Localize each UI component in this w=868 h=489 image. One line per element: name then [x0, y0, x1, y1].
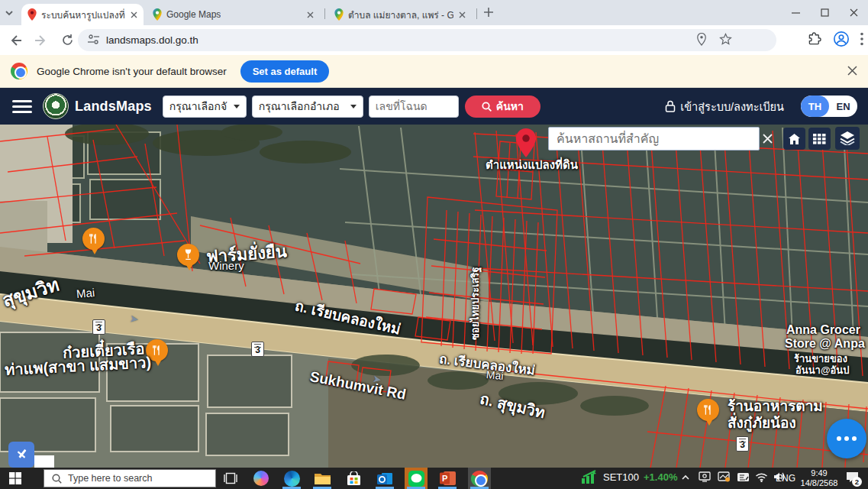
more-options-fab[interactable]	[827, 419, 866, 458]
login-register-link[interactable]: เข้าสู่ระบบ/ลงทะเบียน	[665, 98, 784, 115]
powerpoint-icon: P	[440, 471, 456, 486]
province-select-value: กรุณาเลือกจังหวัด	[169, 98, 227, 115]
screen-notification-icon[interactable]	[718, 471, 731, 485]
parcel-marker-label: ตำแหน่งแปลงที่ดิน	[486, 156, 578, 174]
menu-dots-icon[interactable]	[860, 32, 863, 49]
tab-close-icon[interactable]	[304, 8, 316, 21]
restaurant-poi-icon[interactable]	[697, 399, 719, 421]
chrome-logo-icon	[11, 63, 27, 79]
maximize-icon[interactable]	[810, 0, 839, 25]
date-label: 14/8/2568	[794, 478, 844, 488]
site-info-icon[interactable]	[87, 34, 100, 47]
browser-toolbar: landsmaps.dol.go.th	[0, 25, 868, 55]
tab-title: Google Maps	[166, 9, 221, 20]
satellite-map[interactable]: ตำแหน่งแปลงที่ดิน ฟาร์มยั่งยืน Winery สุ…	[0, 125, 868, 468]
tab-title: ระบบค้นหารูปแปลงที่ดิน (LandsMa	[41, 8, 125, 22]
poi-label-anna-th-2: อันนา@อันป	[795, 362, 850, 378]
grid-button[interactable]	[808, 128, 831, 150]
taskbar-search-box[interactable]: Type here to search	[44, 469, 216, 487]
map-search-clear-icon[interactable]	[760, 131, 775, 146]
default-browser-banner: Google Chrome isn't your default browser…	[0, 55, 868, 88]
search-button[interactable]: ค้นหา	[465, 96, 540, 118]
district-select-value: กรุณาเลือกอำเภอ	[259, 98, 340, 115]
start-button[interactable]	[6, 469, 24, 487]
address-bar[interactable]: landsmaps.dol.go.th	[78, 29, 776, 51]
map-place-search-input[interactable]	[548, 127, 760, 151]
tab-close-icon[interactable]	[130, 8, 137, 21]
tab-title: ตำบล แม่ยางตาล, แพร่ - Google M	[348, 8, 453, 22]
tab-close-icon[interactable]	[458, 8, 467, 21]
action-center-button[interactable]: 2	[846, 471, 859, 486]
copilot-app-button[interactable]	[252, 469, 270, 487]
chevron-down-icon	[234, 105, 240, 108]
tab-search-chevron-icon[interactable]	[3, 7, 15, 19]
route-3-shield: 3	[736, 436, 749, 452]
location-icon[interactable]	[696, 33, 707, 48]
back-icon[interactable]	[5, 30, 26, 51]
wireless-display-icon[interactable]	[699, 471, 711, 485]
road-label-mai: Mai	[76, 286, 95, 300]
tab-google-maps[interactable]: Google Maps	[147, 4, 321, 25]
store-bag-icon	[347, 471, 361, 486]
bookmark-star-icon[interactable]	[719, 33, 732, 48]
powerpoint-app-button[interactable]: P	[438, 469, 457, 487]
road-arrow-icon: ➤	[129, 312, 140, 325]
show-hidden-icons-chevron[interactable]	[681, 471, 690, 485]
new-tab-icon[interactable]	[482, 6, 495, 21]
forward-icon[interactable]	[31, 30, 52, 51]
close-window-icon[interactable]	[839, 0, 868, 25]
minimize-icon[interactable]	[781, 0, 810, 25]
ms-store-button[interactable]	[344, 469, 363, 487]
landsmaps-header: LandsMaps กรุณาเลือกจังหวัด กรุณาเลือกอำ…	[0, 88, 868, 125]
keyboard-language-label[interactable]: ENG	[776, 473, 795, 484]
taskbar-clock[interactable]: 9:49 14/8/2568	[794, 468, 844, 488]
banner-close-icon[interactable]	[847, 65, 857, 79]
set-as-default-button[interactable]: Set as default	[240, 60, 330, 83]
chrome-app-button[interactable]	[470, 469, 489, 487]
layers-button[interactable]	[835, 127, 860, 150]
menu-hamburger-icon[interactable]	[12, 97, 32, 116]
stock-chart-icon	[582, 470, 599, 484]
browser-tab-strip: ระบบค้นหารูปแปลงที่ดิน (LandsMa Google M…	[0, 0, 868, 25]
deed-number-input[interactable]	[369, 96, 459, 118]
brand-title: LandsMaps	[75, 99, 152, 115]
input-language-icon[interactable]	[737, 471, 750, 485]
home-button[interactable]	[783, 128, 805, 150]
winery-poi-icon[interactable]	[177, 244, 199, 266]
tab-separator	[476, 8, 477, 19]
profile-avatar-icon[interactable]	[833, 31, 850, 50]
outlook-app-button[interactable]	[376, 469, 394, 487]
road-label-soi: ซอยไทยประเสริฐ	[467, 267, 483, 340]
file-explorer-button[interactable]	[313, 469, 331, 487]
banner-message: Google Chrome isn't your default browser	[37, 66, 227, 77]
stock-ticker[interactable]: SET100 +1.40%	[582, 470, 677, 484]
search-icon	[482, 102, 492, 112]
parcel-marker-pin[interactable]	[515, 128, 537, 157]
line-app-button[interactable]	[407, 469, 425, 487]
red-pin-favicon	[27, 8, 37, 21]
taskbar-search-placeholder: Type here to search	[68, 473, 152, 484]
route-3-shield: 3	[92, 319, 105, 335]
grid-icon	[813, 134, 826, 144]
copilot-icon	[253, 471, 269, 486]
lang-en-button[interactable]: EN	[829, 96, 857, 117]
tab-tambon-maps[interactable]: ตำบล แม่ยางตาล, แพร่ - Google M	[328, 4, 473, 25]
edge-app-button[interactable]	[282, 469, 301, 487]
edge-icon	[284, 471, 300, 487]
measure-tools-button[interactable]	[8, 442, 34, 468]
task-view-button[interactable]	[221, 469, 240, 487]
wifi-icon[interactable]	[755, 471, 768, 485]
dol-logo	[43, 93, 69, 119]
layers-icon	[840, 131, 855, 145]
reload-icon[interactable]	[56, 30, 78, 51]
tab-landsmaps[interactable]: ระบบค้นหารูปแปลงที่ดิน (LandsMa	[21, 4, 144, 25]
notification-badge: 2	[852, 477, 862, 487]
extensions-icon[interactable]	[808, 31, 822, 49]
url-text: landsmaps.dol.go.th	[106, 34, 198, 46]
district-select[interactable]: กรุณาเลือกอำเภอ	[252, 96, 363, 118]
province-select[interactable]: กรุณาเลือกจังหวัด	[163, 96, 247, 118]
windows-taskbar: Type here to search P	[0, 468, 868, 489]
lang-th-button[interactable]: TH	[801, 96, 829, 117]
restaurant-poi-icon[interactable]	[82, 228, 105, 250]
poi-label-anna-1: Anna Grocer	[786, 323, 860, 337]
